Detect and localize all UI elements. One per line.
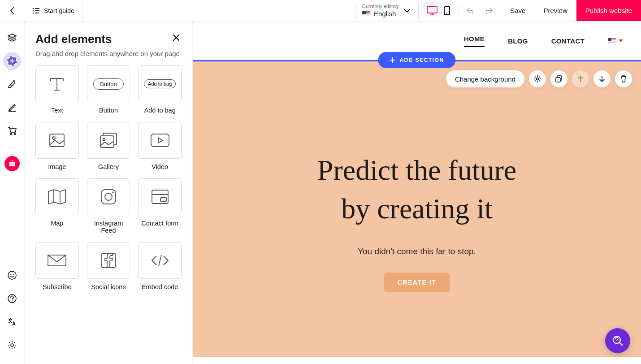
element-video[interactable]: Video [138,122,182,170]
save-label: Save [510,7,525,14]
preview-button[interactable]: Preview [534,0,576,21]
svg-point-35 [112,191,114,193]
cart-icon [8,127,17,135]
emoji-tool[interactable] [3,266,21,284]
element-label: Add to bag [144,107,176,114]
element-label: Instagram Feed [87,220,130,234]
hero-cta-button[interactable]: CREATE IT [384,273,450,292]
gallery-icon [98,130,119,150]
redo-icon [484,7,493,14]
svg-point-15 [11,164,12,165]
video-icon [149,132,171,148]
help-fab[interactable] [605,328,630,353]
element-label: Gallery [98,163,119,170]
trash-icon [620,75,627,82]
undo-button[interactable] [467,7,476,14]
add-section-button[interactable]: ADD SECTION [378,52,455,68]
move-section-up-button [572,70,589,87]
hero-subtitle[interactable]: You didn't come this far to stop. [193,247,641,256]
duplicate-section-button[interactable] [550,70,567,87]
brush-icon [8,80,17,89]
language-label: English [374,10,396,17]
chevron-left-icon [10,7,14,14]
back-button[interactable] [0,0,24,21]
site-language-picker[interactable] [608,38,623,43]
element-label: Social icons [91,283,126,290]
add-elements-panel: Add elements Drag and drop elements anyw… [25,22,193,364]
element-label: Subscribe [43,283,71,290]
gear-icon [8,341,17,350]
save-button[interactable]: Save [501,0,534,21]
svg-point-19 [8,271,16,279]
hero-section[interactable]: Change background Predict the fu [193,61,641,357]
text-icon [47,74,67,94]
element-label: Image [48,163,66,170]
caret-down-icon [619,39,623,42]
help-tool[interactable] [3,290,21,308]
svg-point-21 [13,274,14,275]
translate-tool[interactable] [3,313,21,331]
move-section-down-button[interactable] [593,70,611,87]
element-text[interactable]: Text [35,65,79,114]
element-map[interactable]: Map [35,178,79,234]
blog-tool[interactable] [3,99,21,117]
svg-rect-44 [556,78,560,82]
mobile-view-button[interactable] [444,6,450,15]
arrow-up-icon [578,76,583,82]
svg-point-34 [105,193,112,200]
language-selector[interactable]: Currently editing: English [355,2,419,19]
code-icon [149,254,171,267]
svg-point-42 [537,78,539,80]
element-subscribe[interactable]: Subscribe [35,242,79,290]
ai-tool[interactable] [3,155,21,173]
element-gallery[interactable]: Gallery [87,122,130,170]
svg-point-23 [12,300,13,301]
mobile-icon [444,6,450,15]
styles-tool[interactable] [3,75,21,93]
redo-button[interactable] [484,7,493,14]
svg-rect-25 [50,134,64,147]
svg-line-46 [619,342,622,345]
publish-label: Publish website [585,7,632,14]
nav-blog[interactable]: BLOG [508,37,528,45]
copy-icon [555,75,563,82]
delete-section-button[interactable] [615,70,632,87]
element-label: Video [152,163,168,170]
element-embed-code[interactable]: Embed code [138,242,182,290]
hero-heading-line1: Predict the future [317,154,516,186]
list-icon [32,8,39,14]
svg-point-26 [52,137,55,139]
flag-us-icon [608,38,616,43]
start-guide-button[interactable]: Start guide [24,0,83,21]
section-settings-button[interactable] [529,70,546,87]
element-instagram[interactable]: Instagram Feed [87,178,130,234]
element-button[interactable]: Button Button [87,65,130,114]
element-add-to-bag[interactable]: Add to bag Add to bag [138,65,182,114]
store-tool[interactable] [3,122,21,140]
change-background-button[interactable]: Change background [446,70,524,87]
add-element-tool[interactable] [3,52,21,70]
settings-tool[interactable] [3,336,21,354]
sections-tool[interactable] [3,29,21,47]
desktop-view-button[interactable] [427,6,437,15]
element-label: Button [99,107,118,114]
svg-point-16 [13,164,14,165]
desktop-icon [427,6,437,15]
svg-point-13 [14,134,16,135]
element-contact-form[interactable]: Contact form [138,178,182,234]
svg-rect-14 [9,162,15,166]
element-label: Text [51,107,63,114]
element-image[interactable]: Image [35,122,79,170]
nav-contact[interactable]: CONTACT [551,37,585,45]
close-panel-button[interactable] [171,32,182,43]
button-pill: Button [93,78,124,90]
publish-button[interactable]: Publish website [576,0,641,21]
preview-label: Preview [543,7,567,14]
undo-icon [467,7,476,14]
svg-rect-28 [100,136,114,147]
robot-icon [8,160,16,168]
hero-heading[interactable]: Predict the future by creating it [193,151,641,229]
element-social-icons[interactable]: Social icons [87,242,130,290]
nav-home[interactable]: HOME [464,35,485,47]
svg-point-10 [446,13,447,14]
